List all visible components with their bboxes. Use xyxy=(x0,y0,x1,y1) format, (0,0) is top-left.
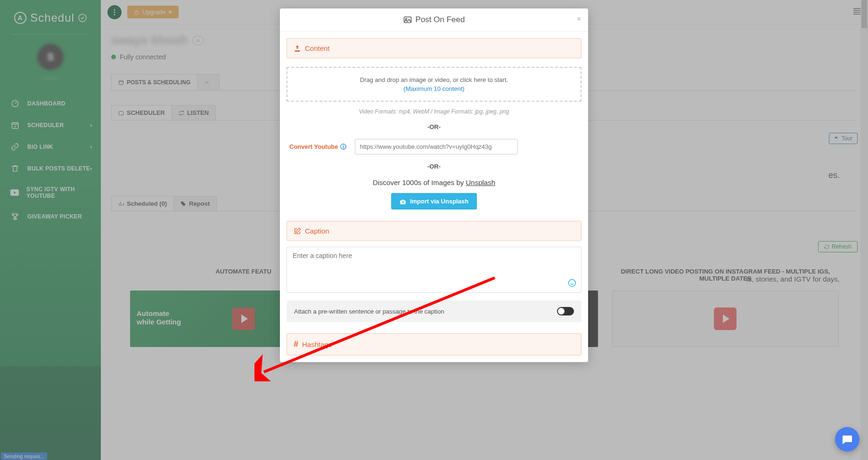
formats-hint: Video Formats: mp4, WebM / Image Formats… xyxy=(287,108,581,115)
or-divider: -OR- xyxy=(287,163,581,170)
emoji-picker-icon[interactable] xyxy=(568,279,576,290)
section-caption-header: Caption xyxy=(287,221,581,241)
youtube-label: Convert Youtube ⓘ xyxy=(289,143,346,151)
attach-prewritten-row: Attach a pre-written sentence or passage… xyxy=(287,300,581,322)
or-divider: -OR- xyxy=(287,123,581,130)
section-label: Hashtags xyxy=(302,340,332,348)
youtube-convert-row: Convert Youtube ⓘ xyxy=(287,139,581,154)
close-icon[interactable]: × xyxy=(576,14,581,24)
modal-overlay: Post On Feed × Content Drag and drop an … xyxy=(0,0,868,460)
dropzone-subtext: (Maximum 10 content) xyxy=(293,85,575,92)
section-hashtags-header: # Hashtags xyxy=(287,333,581,355)
unsplash-row: Discover 1000s of Images by Unsplash xyxy=(287,178,581,186)
upload-icon xyxy=(294,45,301,52)
edit-icon xyxy=(294,227,301,235)
image-icon xyxy=(403,16,412,24)
camera-icon xyxy=(400,199,406,204)
unsplash-link[interactable]: Unsplash xyxy=(466,178,496,186)
attach-toggle[interactable] xyxy=(557,307,574,315)
chat-fab[interactable] xyxy=(835,427,860,452)
modal-title: Post On Feed xyxy=(416,15,465,24)
youtube-url-input[interactable] xyxy=(355,139,518,154)
modal-header: Post On Feed × xyxy=(280,8,588,32)
caption-input[interactable] xyxy=(293,252,575,280)
attach-text: Attach a pre-written sentence or passage… xyxy=(294,308,444,315)
svg-point-14 xyxy=(402,201,404,203)
section-content-header: Content xyxy=(287,38,581,58)
hash-icon: # xyxy=(294,339,298,349)
upload-dropzone[interactable]: Drag and drop an image or video, or clic… xyxy=(287,67,581,102)
chat-icon xyxy=(842,434,853,445)
svg-point-13 xyxy=(405,18,407,20)
dropzone-text: Drag and drop an image or video, or clic… xyxy=(293,76,575,83)
caption-area xyxy=(287,247,581,293)
svg-point-15 xyxy=(569,280,576,287)
section-label: Content xyxy=(305,44,330,52)
info-icon[interactable]: ⓘ xyxy=(340,143,346,151)
import-unsplash-button[interactable]: Import via Unsplash xyxy=(391,193,477,210)
import-label: Import via Unsplash xyxy=(410,198,468,205)
section-label: Caption xyxy=(305,227,329,235)
svg-rect-12 xyxy=(404,17,411,23)
modal-post-on-feed: Post On Feed × Content Drag and drop an … xyxy=(280,8,588,362)
